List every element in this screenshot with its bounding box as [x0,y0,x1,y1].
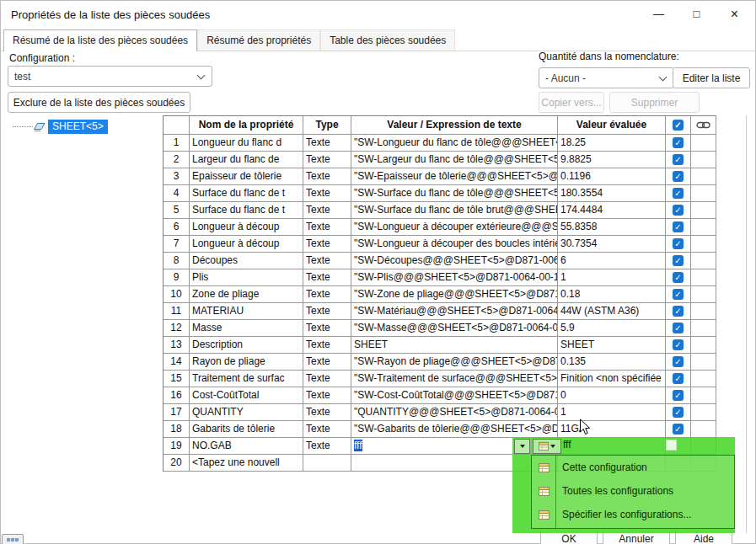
row-number[interactable]: 15 [164,371,190,387]
cell-type[interactable]: Texte [303,269,351,286]
cell-checkbox[interactable]: ✓ [666,152,691,168]
row-number[interactable]: 6 [164,219,190,236]
header-expression[interactable]: Valeur / Expression de texte [351,116,558,135]
cell-expression[interactable]: "SW-Traitement de surface@@@SHEET<5>@D8 [351,371,558,387]
cell-expression[interactable]: "SW-Cost-CoûtTotal@@@SHEET<5>@D871-006 [351,387,558,404]
cell-checkbox[interactable]: ✓ [666,421,691,438]
row-number[interactable]: 4 [164,185,190,202]
cell-type[interactable]: Texte [303,168,351,185]
row-number[interactable]: 12 [164,320,190,337]
cell-property-name[interactable]: Traitement de surfac [190,371,303,387]
cell-checkbox[interactable]: ✓ [666,320,691,337]
cell-property-name[interactable]: Découpes [190,253,303,269]
row-checkbox[interactable]: ✓ [673,373,684,384]
cell-property-name[interactable]: Largeur du flanc de [190,152,303,168]
cell-type[interactable]: Texte [303,438,351,455]
cell-checkbox[interactable]: ✓ [666,303,691,320]
menu-item-this-configuration[interactable]: Cette configuration [532,456,734,479]
row-number[interactable]: 8 [164,253,190,269]
edit-list-button[interactable]: Editer la liste [673,67,750,88]
menu-item-all-configurations[interactable]: Toutes les configurations [532,479,734,503]
cell-property-name[interactable]: Longueur à découp [190,219,303,236]
cell-property-name[interactable]: Zone de pliage [190,286,303,303]
row-number[interactable]: 17 [164,404,190,421]
cell-checkbox[interactable]: ✓ [666,219,691,236]
tab-properties-summary[interactable]: Résumé des propriétés [197,29,320,51]
cell-type[interactable]: Texte [303,236,351,253]
cell-checkbox[interactable]: ✓ [666,185,691,202]
cell-type[interactable]: Texte [303,152,351,168]
maximize-button[interactable]: □ [678,1,716,28]
cell-expression[interactable]: "SW-Surface du flanc de tôle brut@@@SHEE… [351,202,558,219]
header-property-name[interactable]: Nom de la propriété [190,116,303,135]
cell-checkbox[interactable]: ✓ [666,168,691,185]
row-number[interactable]: 13 [164,337,190,354]
cell-expression[interactable]: "SW-Zone de pliage@@@SHEET<5>@D871-006 [351,286,558,303]
close-button[interactable]: × [716,1,753,28]
cell-property-name[interactable]: Gabarits de tôlerie [190,421,303,438]
cell-type[interactable]: Texte [303,135,351,152]
cell-type[interactable]: Texte [303,286,351,303]
row-checkbox[interactable]: ✓ [673,390,684,401]
titlebar[interactable]: Propriétés de la liste des pièces soudée… [1,1,755,28]
value-dropdown-button[interactable] [514,439,530,454]
row-checkbox[interactable]: ✓ [673,323,684,333]
cell-type[interactable]: Texte [303,185,351,202]
cell-type[interactable]: Texte [303,404,351,421]
cell-checkbox[interactable]: ✓ [666,253,691,269]
cell-checkbox[interactable]: ✓ [666,371,691,387]
row-checkbox[interactable]: ✓ [673,272,684,283]
header-evaluated[interactable]: Valeur évaluée [558,116,666,135]
cell-type[interactable]: Texte [303,421,351,438]
row-number[interactable]: 10 [164,286,190,303]
cell-type[interactable]: Texte [303,337,351,354]
row-number[interactable]: 1 [164,135,190,152]
cell-type[interactable]: Texte [303,371,351,387]
cell-type[interactable]: Texte [303,303,351,320]
row-checkbox[interactable]: ✓ [673,137,684,148]
cell-expression[interactable]: "SW-Gabarits de tôlerie@@@SHEET<5>@D871- [351,421,558,438]
header-checkbox[interactable]: ✓ [673,120,684,131]
cell-property-name[interactable]: QUANTITY [190,404,303,421]
row-number[interactable]: 3 [164,168,190,185]
row-number[interactable]: 5 [164,202,190,219]
row-checkbox[interactable]: ✓ [673,407,684,418]
cell-expression[interactable]: "SW-Largeur du flanc de tôle@@@SHEET<5>@ [351,152,558,168]
cell-property-name[interactable]: Masse [190,320,303,337]
cell-checkbox[interactable]: ✓ [666,202,691,219]
cell-expression[interactable]: "SW-Masse@@@SHEET<5>@D871-0064-00-18.S [351,320,558,337]
header-type[interactable]: Type [303,116,351,135]
tree-item-sheet[interactable]: SHEET<5> [8,119,161,134]
cell-property-name[interactable]: Longueur du flanc d [190,135,303,152]
cell-checkbox[interactable]: ✓ [666,236,691,253]
cell-expression[interactable]: SHEET [351,337,558,354]
cell-expression[interactable]: "SW-Rayon de pliage@@@SHEET<5>@D871-00 [351,354,558,371]
cell-type[interactable]: Texte [303,253,351,269]
cell-expression[interactable]: "SW-Surface du flanc de tôle@@@SHEET<5>@ [351,185,558,202]
cell-checkbox[interactable]: ✓ [666,354,691,371]
row-checkbox[interactable]: ✓ [673,424,684,435]
row-checkbox[interactable]: ✓ [673,356,684,367]
cell-expression[interactable]: "SW-Plis@@@SHEET<5>@D871-0064-00-18.SLD [351,269,558,286]
exclude-from-cutlist-button[interactable]: Exclure de la liste des pièces soudées [8,92,190,113]
row-checkbox[interactable]: ✓ [673,289,684,300]
cell-expression[interactable]: "QUANTITY@@@SHEET<5>@D871-0064-00-18.SL [351,404,558,421]
cell-expression[interactable]: "SW-Epaisseur de tôlerie@@@SHEET<5>@D871 [351,168,558,185]
cell-expression[interactable]: "SW-Longueur à découper des boucles inté… [351,236,558,253]
row-checkbox[interactable]: ✓ [673,188,684,199]
header-checkbox-cell[interactable]: ✓ [666,116,691,135]
row-number[interactable]: 19 [164,438,190,455]
row-number[interactable]: 16 [164,387,190,404]
cell-property-name[interactable]: Cost-CoûtTotal [190,387,303,404]
cell-checkbox[interactable]: ✓ [666,387,691,404]
row-number[interactable]: 11 [164,303,190,320]
row-checkbox[interactable]: ✓ [673,306,684,317]
configuration-scope-button[interactable] [533,439,561,454]
cell-type[interactable]: Texte [303,387,351,404]
cell-property-name[interactable]: MATERIAU [190,303,303,320]
row-checkbox[interactable]: ✓ [673,339,684,350]
row-number[interactable]: 18 [164,421,190,438]
cell-type[interactable]: Texte [303,219,351,236]
row-checkbox[interactable]: ✓ [673,255,684,266]
cell-expression[interactable]: "SW-Découpes@@@SHEET<5>@D871-0064-00- [351,253,558,269]
